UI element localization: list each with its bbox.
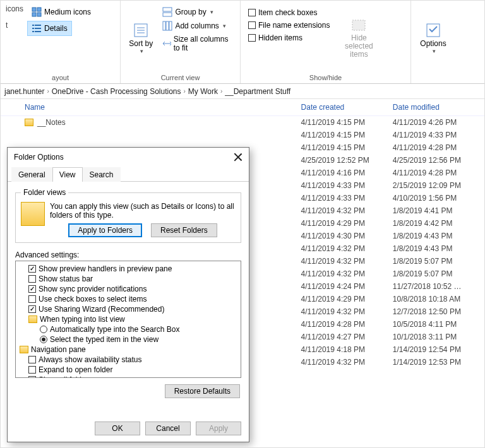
row-date-modified: 1/8/2019 4:43 PM (393, 244, 484, 253)
adv-item[interactable]: Show preview handlers in preview pane (17, 264, 239, 274)
hide-selected-label: Hide selected items (338, 34, 379, 59)
row-date-modified: 10/5/2018 4:11 PM (393, 320, 484, 329)
size-columns-button[interactable]: Size all columns to fit (160, 33, 235, 54)
adv-item-label: Expand to open folder (39, 365, 112, 374)
apply-button[interactable]: Apply (196, 421, 241, 435)
dialog-footer: OK Cancel Apply (8, 415, 249, 442)
checkbox-icon (28, 376, 36, 378)
row-date-created: 4/11/2019 4:15 PM (301, 143, 393, 152)
adv-item-label: Use check boxes to select items (39, 295, 147, 304)
row-date-modified: 2/15/2019 12:09 PM (393, 181, 484, 190)
row-date-modified: 10/8/2018 10:18 AM (393, 295, 484, 304)
table-row[interactable]: 4/11/2019 4:15 PM4/11/2019 4:33 PM (1, 129, 484, 141)
view-medium-icons[interactable]: Medium icons (27, 4, 95, 20)
adv-item[interactable]: Expand to open folder (17, 365, 239, 375)
adv-item-label: Always show availability status (39, 355, 141, 364)
col-date-modified[interactable]: Date modified (393, 103, 484, 112)
apply-to-folders-button[interactable]: Apply to Folders (68, 223, 142, 237)
options-label: Options (420, 39, 446, 48)
group-by-label: Group by (175, 8, 206, 16)
adv-item[interactable]: Always show availability status (17, 355, 239, 365)
svg-rect-6 (32, 28, 34, 29)
cancel-button[interactable]: Cancel (145, 421, 191, 435)
chevron-down-icon: ▾ (210, 9, 213, 15)
group-by-button[interactable]: Group by▾ (160, 6, 235, 18)
crumb[interactable]: janet.hunter (4, 87, 44, 96)
add-columns-button[interactable]: Add columns▾ (160, 20, 235, 32)
row-date-modified: 4/11/2019 4:28 PM (393, 143, 484, 152)
adv-item[interactable]: Navigation pane (17, 345, 239, 355)
adv-item-label: Show sync provider notifications (39, 285, 147, 293)
adv-item[interactable]: Show status bar (17, 274, 239, 284)
checkbox-icon (248, 34, 256, 42)
adv-item[interactable]: Show all folders (17, 375, 239, 378)
adv-item[interactable]: Automatically type into the Search Box (17, 324, 239, 334)
radio-icon (40, 336, 47, 343)
row-date-modified: 10/1/2018 3:11 PM (393, 333, 484, 341)
adv-item-label: Use Sharing Wizard (Recommended) (39, 305, 164, 314)
svg-rect-0 (32, 8, 36, 11)
adv-item[interactable]: Use check boxes to select items (17, 294, 239, 304)
svg-rect-4 (32, 25, 34, 26)
hidden-items-label: Hidden items (258, 33, 302, 42)
file-name-extensions[interactable]: File name extensions (246, 20, 332, 31)
row-date-created: 4/11/2019 4:30 PM (301, 232, 393, 240)
row-date-created: 4/11/2019 4:16 PM (301, 168, 393, 177)
tab-view[interactable]: View (52, 167, 83, 182)
chevron-down-icon: ▾ (140, 48, 143, 54)
folder-icon (25, 119, 33, 126)
item-check-boxes-label: Item check boxes (258, 8, 317, 17)
col-date-created[interactable]: Date created (301, 103, 393, 112)
adv-item-label: Show status bar (39, 274, 93, 283)
column-headers: Name Date created Date modified (1, 99, 484, 116)
chevron-down-icon: ▾ (223, 23, 226, 29)
hide-selected-icon (350, 16, 368, 34)
restore-defaults-button[interactable]: Restore Defaults (165, 384, 240, 398)
row-date-created: 4/11/2019 4:27 PM (301, 333, 393, 341)
row-date-created: 4/11/2019 4:18 PM (301, 345, 393, 354)
size-columns-icon (162, 38, 171, 49)
folder-icon (21, 202, 45, 226)
checkbox-icon (28, 285, 36, 293)
adv-item[interactable]: Select the typed item in the view (17, 334, 239, 345)
close-button[interactable] (234, 153, 242, 162)
adv-item[interactable]: Show sync provider notifications (17, 284, 239, 294)
reset-folders-button[interactable]: Reset Folders (151, 223, 217, 237)
ribbon-cut-text2: t (6, 21, 23, 36)
crumb[interactable]: My Work (188, 87, 218, 96)
row-date-modified: 1/8/2019 5:07 PM (393, 269, 484, 278)
crumb[interactable]: __Department Stuff (225, 87, 290, 96)
crumb[interactable]: OneDrive - Cash Processing Solutions (52, 87, 181, 96)
adv-item[interactable]: When typing into list view (17, 314, 239, 324)
item-check-boxes[interactable]: Item check boxes (246, 7, 332, 18)
adv-item-label: Show all folders (39, 375, 92, 378)
breadcrumb[interactable]: janet.hunter› OneDrive - Cash Processing… (1, 84, 484, 99)
radio-icon (40, 326, 47, 333)
row-date-modified: 1/8/2019 4:41 PM (393, 206, 484, 215)
adv-item-label: Show preview handlers in preview pane (39, 264, 172, 273)
add-columns-label: Add columns (175, 21, 219, 30)
dialog-titlebar: Folder Options (8, 148, 249, 167)
folder-views-legend: Folder views (21, 188, 68, 197)
view-details[interactable]: Details (27, 21, 72, 36)
row-date-created: 4/11/2019 4:15 PM (301, 131, 393, 139)
hidden-items[interactable]: Hidden items (246, 32, 332, 44)
options-button[interactable]: Options▾ (416, 3, 450, 72)
col-name[interactable]: Name (1, 103, 301, 112)
sort-by-button[interactable]: Sort by▾ (126, 3, 156, 72)
tab-general[interactable]: General (11, 167, 52, 182)
table-row[interactable]: __Notes4/11/2019 4:15 PM4/11/2019 4:26 P… (1, 116, 484, 129)
tab-search[interactable]: Search (83, 167, 121, 182)
adv-item[interactable]: Use Sharing Wizard (Recommended) (17, 304, 239, 314)
checkbox-icon (28, 366, 36, 374)
folder-options-dialog: Folder Options General View Search Folde… (7, 147, 249, 442)
advanced-settings-list[interactable]: Show preview handlers in preview paneSho… (15, 261, 241, 378)
row-date-created: 4/11/2019 4:33 PM (301, 194, 393, 203)
hide-selected-button[interactable]: Hide selected items (336, 3, 381, 72)
adv-item-label: Select the typed item in the view (50, 335, 159, 344)
sort-by-label: Sort by (129, 39, 153, 48)
ok-button[interactable]: OK (95, 421, 140, 435)
folder-views-group: Folder views You can apply this view (su… (15, 188, 241, 243)
row-date-created: 4/11/2019 4:29 PM (301, 219, 393, 228)
view-medium-icons-label: Medium icons (44, 8, 91, 16)
